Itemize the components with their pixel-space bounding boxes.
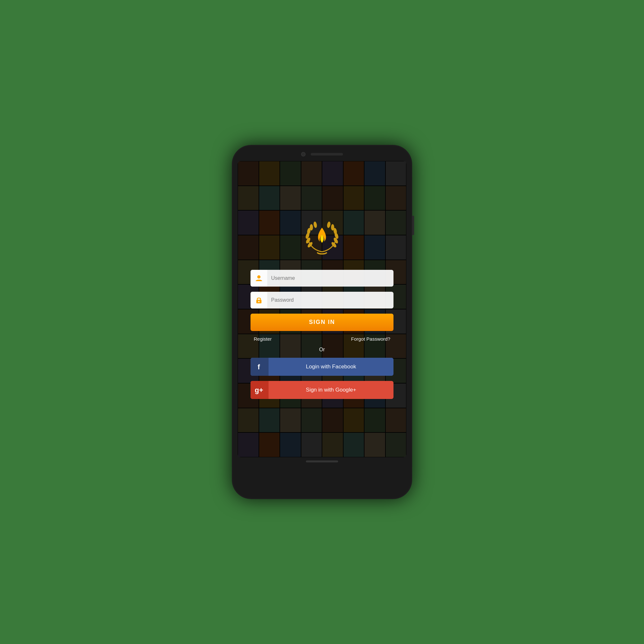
side-button: [412, 216, 414, 235]
username-input-row[interactable]: [251, 270, 393, 287]
signin-button[interactable]: SIGN IN: [251, 314, 393, 331]
forgot-password-link[interactable]: Forgot Password?: [351, 336, 390, 342]
phone-bottom-bar: [238, 460, 406, 462]
google-plus-icon: g+: [254, 385, 265, 395]
facebook-icon-box: f: [251, 358, 269, 376]
front-camera: [301, 152, 306, 156]
google-plus-icon-box: g+: [251, 381, 269, 399]
lock-icon: [255, 296, 263, 304]
username-input[interactable]: [267, 270, 393, 287]
password-input-row[interactable]: [251, 292, 393, 308]
register-link[interactable]: Register: [254, 336, 272, 342]
or-divider: Or: [319, 347, 325, 353]
logo-container: [301, 220, 343, 261]
user-icon-box: [251, 270, 267, 287]
user-icon: [255, 274, 263, 282]
svg-rect-15: [259, 301, 259, 302]
google-plus-button[interactable]: g+ Sign in with Google+: [251, 381, 393, 399]
links-row: Register Forgot Password?: [251, 336, 393, 342]
app-logo: [301, 220, 343, 261]
facebook-login-button[interactable]: f Login with Facebook: [251, 358, 393, 376]
google-plus-label: Sign in with Google+: [269, 387, 393, 393]
home-indicator: [306, 460, 338, 462]
phone-screen: SIGN IN Register Forgot Password? Or f L…: [238, 161, 406, 457]
lock-icon-box: [251, 292, 267, 308]
svg-text:g+: g+: [255, 386, 263, 394]
speaker: [311, 153, 343, 156]
svg-point-5: [313, 221, 317, 228]
phone-top-bar: [238, 151, 406, 158]
svg-text:f: f: [258, 363, 260, 371]
svg-point-11: [327, 221, 331, 228]
screen-content: SIGN IN Register Forgot Password? Or f L…: [238, 161, 406, 457]
phone-device: SIGN IN Register Forgot Password? Or f L…: [232, 145, 412, 499]
password-input[interactable]: [267, 292, 393, 308]
facebook-icon: f: [255, 362, 264, 371]
svg-point-12: [257, 275, 260, 279]
facebook-label: Login with Facebook: [269, 364, 393, 370]
